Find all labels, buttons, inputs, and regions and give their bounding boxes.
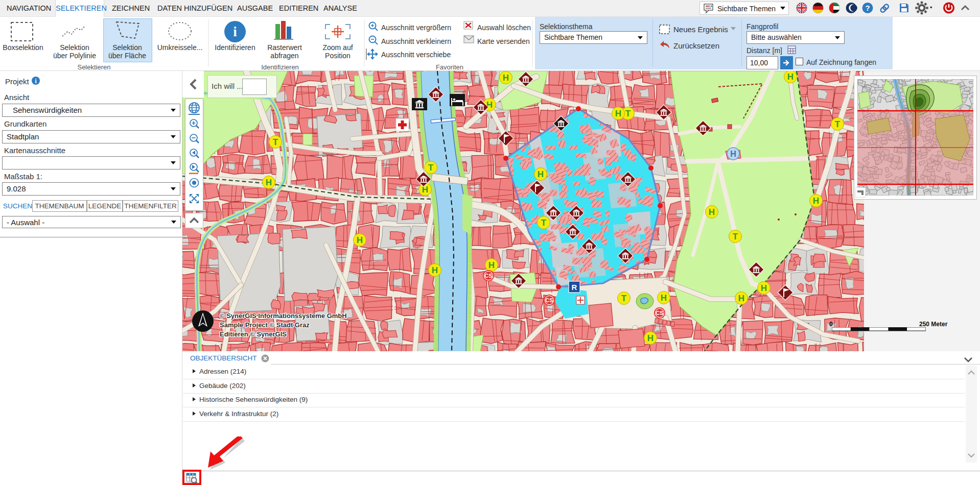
svg-text:H: H (761, 283, 767, 293)
svg-text:H: H (661, 293, 667, 303)
svg-text:T: T (273, 137, 278, 147)
svg-text:H: H (503, 73, 509, 83)
svg-text:H: H (357, 235, 363, 245)
svg-text:CS: CS (545, 297, 553, 303)
svg-text:R: R (572, 283, 577, 292)
svg-text:H: H (615, 109, 621, 118)
svg-text:T: T (733, 232, 738, 241)
svg-text:T: T (625, 109, 631, 118)
svg-text:H: H (432, 265, 438, 275)
svg-text:T: T (541, 218, 547, 228)
svg-text:?: ? (865, 4, 870, 12)
svg-text:Editieren © SynerGIS: Editieren © SynerGIS (220, 330, 287, 338)
svg-text:H: H (813, 196, 819, 206)
svg-text:H: H (787, 72, 794, 82)
svg-text:T: T (621, 294, 627, 303)
svg-text:H: H (647, 333, 654, 343)
svg-text:T: T (835, 119, 841, 129)
svg-text:i: i (233, 24, 237, 39)
svg-text:© SynerGIS Informationssysteme: © SynerGIS Informationssysteme GmbH (220, 312, 347, 320)
svg-text:H: H (738, 294, 744, 303)
svg-text:CS: CS (656, 310, 663, 316)
svg-text:H: H (488, 260, 495, 270)
svg-text:Sample Project © Stadt Graz: Sample Project © Stadt Graz (220, 321, 310, 329)
svg-text:H: H (730, 150, 736, 158)
svg-text:H: H (538, 169, 544, 179)
svg-text:H: H (266, 178, 272, 187)
svg-text:CS: CS (484, 273, 492, 279)
svg-text:H: H (709, 207, 715, 217)
svg-text:i: i (35, 77, 37, 85)
svg-text:T: T (428, 163, 434, 173)
